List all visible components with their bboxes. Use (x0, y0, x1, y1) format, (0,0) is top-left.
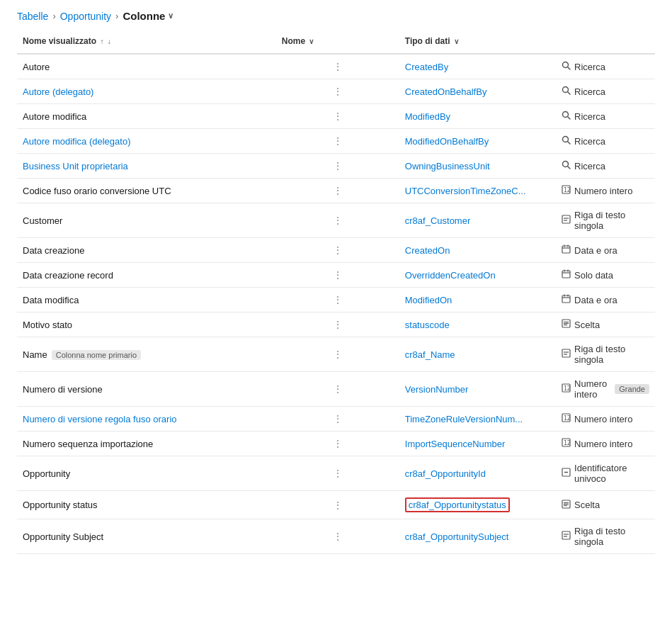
row-context-menu-dots[interactable]: ⋮ (276, 491, 399, 519)
schema-name: ModifiedOnBehalfBy (405, 136, 489, 147)
breadcrumb-opportunity[interactable]: Opportunity (60, 11, 111, 22)
column-display-name[interactable]: Numero di versione regola fuso orario (23, 414, 177, 424)
dots-icon[interactable]: ⋮ (329, 347, 347, 361)
header-data-type[interactable]: Tipo di dati ∨ (399, 29, 556, 54)
sort-asc-icon[interactable]: ↑ (100, 38, 103, 45)
header-display-name[interactable]: Nome visualizzato ↑ ↓ (17, 29, 276, 54)
type-label: Scelta (574, 320, 600, 330)
row-context-menu-dots[interactable]: ⋮ (276, 238, 399, 263)
row-context-menu-dots[interactable]: ⋮ (276, 372, 399, 407)
row-context-menu-dots[interactable]: ⋮ (276, 154, 399, 179)
row-context-menu-dots[interactable]: ⋮ (276, 456, 399, 491)
table-row: Autore⋮CreatedByRicerca (17, 54, 655, 79)
data-type-cell: Ricerca (562, 135, 649, 147)
type-label: Riga di testo singola (574, 526, 649, 547)
row-context-menu-dots[interactable]: ⋮ (276, 203, 399, 238)
table-row: Codice fuso orario conversione UTC⋮UTCCo… (17, 179, 655, 203)
type-icon (562, 500, 571, 511)
column-display-name: Motivo stato (23, 320, 72, 330)
row-context-menu-dots[interactable]: ⋮ (276, 179, 399, 203)
type-icon (562, 244, 571, 256)
table-row: Data creazione record⋮OverriddenCreatedO… (17, 263, 655, 288)
type-label: Ricerca (574, 161, 605, 171)
svg-rect-12 (562, 215, 570, 223)
svg-line-5 (568, 117, 571, 120)
type-label: Ricerca (574, 86, 605, 97)
column-display-name[interactable]: Autore (delegato) (23, 86, 93, 97)
data-type-cell: Riga di testo singola (562, 344, 649, 365)
type-icon: 12 (562, 185, 571, 196)
dots-icon[interactable]: ⋮ (329, 159, 347, 173)
type-label: Numero intero (574, 186, 632, 196)
row-context-menu-dots[interactable]: ⋮ (276, 407, 399, 432)
row-context-menu-dots[interactable]: ⋮ (276, 337, 399, 372)
table-row: Numero di versione regola fuso orario⋮Ti… (17, 407, 655, 432)
dots-icon[interactable]: ⋮ (329, 317, 347, 332)
header-schema-name[interactable]: Nome ∨ (276, 29, 399, 54)
type-label: Solo data (574, 270, 613, 281)
svg-line-9 (568, 167, 571, 169)
row-context-menu-dots[interactable]: ⋮ (276, 129, 399, 154)
dots-icon[interactable]: ⋮ (329, 437, 347, 451)
column-display-name: Customer (23, 215, 62, 226)
row-context-menu-dots[interactable]: ⋮ (276, 432, 399, 456)
svg-rect-23 (562, 295, 570, 303)
type-label: Scelta (574, 500, 600, 510)
table-row: Customer⋮cr8af_CustomerRiga di testo sin… (17, 203, 655, 238)
row-context-menu-dots[interactable]: ⋮ (276, 104, 399, 129)
dots-icon[interactable]: ⋮ (329, 60, 347, 74)
breadcrumb-sep-2: › (115, 11, 118, 21)
table-row: Opportunity status⋮cr8af_Opportunitystat… (17, 491, 655, 519)
sort-desc-icon[interactable]: ↓ (108, 38, 111, 45)
breadcrumb-sep-1: › (52, 11, 55, 21)
schema-name: OverriddenCreatedOn (405, 270, 496, 281)
schema-name: TimeZoneRuleVersionNum... (405, 414, 523, 424)
dots-icon[interactable]: ⋮ (329, 213, 347, 227)
row-context-menu-dots[interactable]: ⋮ (276, 54, 399, 79)
dots-icon[interactable]: ⋮ (329, 109, 347, 123)
row-context-menu-dots[interactable]: ⋮ (276, 519, 399, 554)
row-context-menu-dots[interactable]: ⋮ (276, 312, 399, 337)
dots-icon[interactable]: ⋮ (329, 293, 347, 307)
column-display-name: Name (23, 349, 47, 360)
breadcrumb-current: Colonne ∨ (123, 10, 173, 22)
type-icon: 12 (562, 413, 571, 424)
type-icon (562, 61, 571, 72)
data-type-cell: Scelta (562, 500, 649, 511)
data-type-cell: Ricerca (562, 160, 649, 171)
dots-icon[interactable]: ⋮ (329, 382, 347, 396)
row-context-menu-dots[interactable]: ⋮ (276, 288, 399, 312)
column-display-name: Numero di versione (23, 384, 103, 395)
dots-icon[interactable]: ⋮ (329, 84, 347, 98)
dots-icon[interactable]: ⋮ (329, 134, 347, 148)
schema-name: ImportSequenceNumber (405, 439, 506, 449)
dots-icon[interactable]: ⋮ (329, 243, 347, 257)
schema-name: ModifiedBy (405, 111, 450, 122)
dots-icon[interactable]: ⋮ (329, 412, 347, 426)
chevron-down-icon[interactable]: ∨ (168, 11, 173, 21)
type-label: Riga di testo singola (574, 210, 649, 231)
schema-sort-icon[interactable]: ∨ (309, 38, 314, 45)
type-icon: 12 (562, 383, 571, 395)
dots-icon[interactable]: ⋮ (329, 498, 347, 512)
schema-name: cr8af_Customer (405, 215, 470, 226)
schema-name[interactable]: cr8af_Opportunitystatus (405, 497, 510, 512)
dots-icon[interactable]: ⋮ (329, 529, 347, 544)
dots-icon[interactable]: ⋮ (329, 184, 347, 198)
row-context-menu-dots[interactable]: ⋮ (276, 79, 399, 104)
breadcrumb-tables[interactable]: Tabelle (17, 11, 48, 22)
table-header-row: Nome visualizzato ↑ ↓ Nome ∨ Tipo di dat… (17, 29, 655, 54)
row-context-menu-dots[interactable]: ⋮ (276, 263, 399, 288)
schema-name: CreatedOnBehalfBy (405, 86, 487, 97)
data-type-cell: 12Numero intero (562, 185, 649, 196)
column-display-name[interactable]: Business Unit proprietaria (23, 161, 128, 171)
column-display-name[interactable]: Autore modifica (delegato) (23, 136, 130, 147)
dots-icon[interactable]: ⋮ (329, 268, 347, 282)
dots-icon[interactable]: ⋮ (329, 466, 347, 480)
column-display-name: Data modifica (23, 295, 79, 305)
type-label: Ricerca (574, 136, 605, 147)
svg-text:12: 12 (564, 415, 571, 422)
type-sort-icon[interactable]: ∨ (454, 38, 459, 45)
column-display-name: Data creazione (23, 245, 84, 256)
type-label: Data e ora (574, 295, 617, 305)
